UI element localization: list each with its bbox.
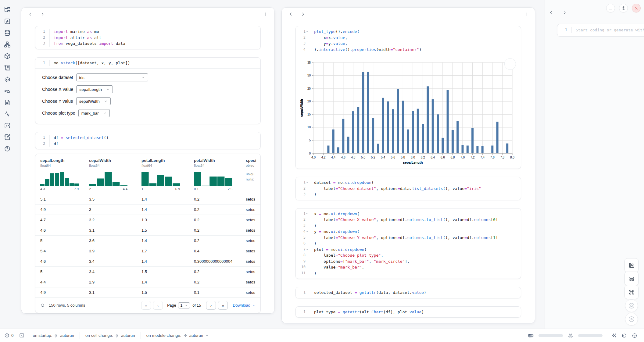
code-editor[interactable]: 1plot_type = getattr(alt.Chart(df), plot…	[295, 306, 521, 318]
stop-button[interactable]	[625, 299, 638, 312]
table-cell: 0.2	[189, 205, 241, 215]
chevron-down-icon	[205, 333, 209, 337]
menu-button[interactable]	[606, 4, 615, 12]
status-bar: 0 on startup:autorunon cell change:autor…	[0, 329, 644, 342]
fold-chevron-icon[interactable]	[306, 181, 309, 184]
chevron-right-icon[interactable]	[562, 10, 567, 15]
scratchpad-cell[interactable]: 1 Start coding or generate with	[557, 24, 644, 37]
column-histogram	[40, 171, 84, 186]
previous-page-button[interactable]: ‹	[153, 301, 163, 310]
search-icon[interactable]	[40, 303, 45, 308]
fold-chevron-icon[interactable]	[306, 230, 309, 233]
add-cell-button[interactable]	[263, 11, 268, 17]
table-cell: 0.2	[189, 225, 241, 235]
runtime-config-on-cell-change[interactable]: on cell change:autorun	[80, 332, 141, 339]
code-editor[interactable]: 1mo.vstack([dataset, x, y, plot])	[35, 58, 260, 69]
control-row: Choose plot typemark_bar	[42, 109, 254, 117]
download-button[interactable]: Download	[233, 303, 256, 308]
circle-help-icon[interactable]	[4, 145, 11, 152]
fold-chevron-icon[interactable]	[306, 212, 309, 215]
command-palette-button[interactable]	[624, 285, 639, 299]
svg-text:4.4: 4.4	[331, 156, 335, 159]
table-cell: 5	[35, 267, 84, 277]
column-header[interactable]: petalWidthfloat640.12.5	[189, 158, 241, 191]
chevron-left-icon[interactable]	[548, 10, 554, 15]
column-header[interactable]: sepalLengthfloat644.37.9	[35, 158, 84, 191]
chevron-right-icon[interactable]	[40, 11, 45, 17]
column-histogram	[194, 171, 241, 186]
add-cell-button[interactable]	[523, 11, 529, 17]
svg-text:5.4: 5.4	[381, 156, 385, 159]
svg-text:7.0: 7.0	[460, 156, 465, 159]
chevron-left-icon[interactable]	[27, 11, 33, 17]
code-editor[interactable]: 1x = mo.ui.dropdown(2 label="Choose X va…	[295, 208, 521, 279]
terminal-button[interactable]	[19, 333, 24, 338]
chart-menu-button[interactable]	[504, 58, 516, 70]
notebook-pen-icon[interactable]	[4, 134, 11, 141]
table-cell: 3.1	[84, 287, 137, 297]
table-cell: setos	[241, 236, 260, 246]
next-page-button[interactable]: ›	[206, 301, 216, 310]
choose-dataset-select[interactable]: iris	[76, 73, 148, 81]
function-square-icon[interactable]	[4, 18, 11, 25]
close-button[interactable]	[632, 4, 641, 12]
column-header[interactable]: speciobjecuniqunulls:	[241, 158, 260, 191]
copilot-icon[interactable]	[621, 333, 627, 338]
database-icon[interactable]	[4, 29, 11, 37]
scroll-icon[interactable]	[4, 64, 11, 71]
bot-icon[interactable]	[4, 76, 11, 83]
save-button[interactable]	[624, 258, 639, 272]
window-controls	[606, 4, 641, 12]
last-page-button[interactable]: »	[218, 301, 228, 310]
file-text-icon[interactable]	[4, 99, 11, 106]
page-select[interactable]: 1	[178, 302, 190, 308]
zap-icon	[54, 333, 58, 338]
fold-chevron-icon[interactable]	[306, 248, 309, 251]
svg-text:6.2: 6.2	[421, 156, 425, 159]
table-cell: 3.6	[84, 236, 137, 246]
code-line: 1plot_type = getattr(alt.Chart(df), plot…	[296, 309, 518, 315]
run-button[interactable]	[625, 313, 638, 326]
table-cell: 1.7	[137, 246, 189, 256]
sparkles-icon[interactable]	[611, 333, 617, 338]
choose-x-value-select[interactable]: sepalLength	[76, 85, 113, 93]
code-editor[interactable]: 1dataset = mo.ui.dropdown(2 label="Choos…	[295, 177, 521, 200]
generate-link[interactable]: generate	[614, 28, 633, 32]
chevron-right-icon[interactable]	[300, 11, 306, 17]
folder-tree-icon[interactable]	[4, 6, 11, 13]
activity-icon[interactable]	[4, 110, 11, 118]
text-search-icon[interactable]	[4, 87, 11, 94]
cell-xy-plot-dropdowns: 1x = mo.ui.dropdown(2 label="Choose X va…	[295, 208, 521, 279]
fold-chevron-icon[interactable]	[306, 30, 309, 33]
column-header[interactable]: sepalWidthfloat6424.4	[84, 158, 137, 191]
runtime-config-on-startup[interactable]: on startup:autorun	[27, 332, 80, 339]
table-cell: 4.9	[35, 287, 84, 297]
network-icon[interactable]	[4, 41, 11, 48]
code-line: 1mo.vstack([dataset, x, y, plot])	[35, 60, 257, 66]
code-editor[interactable]: 1plot_type().encode(2 x=x.value,3 y=y.va…	[296, 26, 521, 55]
code-editor[interactable]: 1selected_dataset = getattr(data, datase…	[295, 287, 521, 298]
connection-status-icon[interactable]	[632, 333, 637, 338]
code-placeholder[interactable]: Start coding or generate with	[576, 27, 644, 33]
runtime-config-on-module-change[interactable]: on module change:autorun	[141, 332, 215, 339]
code-editor[interactable]: 1df = selected_dataset()2df	[35, 132, 261, 149]
zap-icon	[115, 333, 119, 338]
code-square-icon[interactable]	[4, 122, 11, 129]
first-page-button[interactable]: «	[141, 301, 151, 310]
package-icon[interactable]	[4, 52, 11, 60]
table-cell: 5.4	[35, 246, 84, 256]
middle-notebook-panel: 1plot_type().encode(2 x=x.value,3 y=y.va…	[282, 8, 535, 323]
settings-button[interactable]	[619, 4, 628, 12]
chevron-left-icon[interactable]	[288, 11, 293, 17]
errors-indicator[interactable]: 0	[4, 333, 14, 338]
cell-plot-type: 1plot_type = getattr(alt.Chart(df), plot…	[295, 306, 521, 318]
choose-plot-type-select[interactable]: mark_bar	[78, 109, 110, 117]
table-cell: 1.4	[137, 194, 189, 204]
code-line: 3 y=y.value,	[296, 41, 518, 47]
table-cell: 4.6	[35, 256, 84, 266]
choose-y-value-select[interactable]: sepalWidth	[76, 97, 111, 105]
column-header[interactable]: petalLengthfloat6416.9	[137, 158, 189, 191]
layout-button[interactable]	[624, 272, 639, 286]
table-row: 4.63.41.40.3000000000000004setos	[35, 256, 260, 266]
code-editor[interactable]: 1import marimo as mo2import altair as al…	[35, 26, 261, 49]
